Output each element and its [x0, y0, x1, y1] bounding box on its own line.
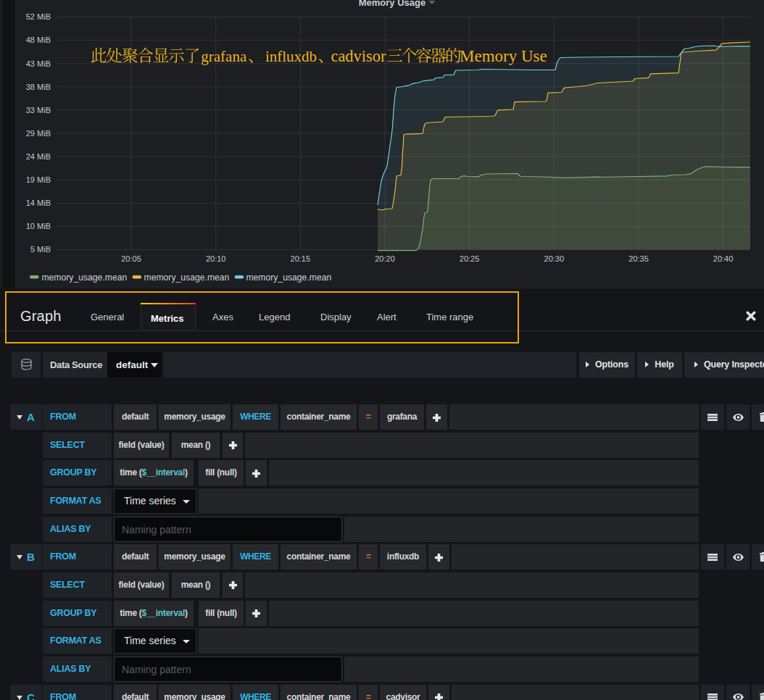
svg-text:memory_usage.mean: memory_usage.mean: [144, 272, 230, 283]
svg-text:20:05: 20:05: [121, 254, 141, 263]
svg-text:24 MiB: 24 MiB: [26, 152, 51, 161]
svg-text:20:10: 20:10: [206, 254, 226, 263]
svg-text:33 MiB: 33 MiB: [26, 106, 51, 114]
svg-text:48 MiB: 48 MiB: [26, 36, 51, 44]
svg-text:memory_usage.mean: memory_usage.mean: [246, 272, 331, 283]
svg-text:memory_usage.mean: memory_usage.mean: [41, 272, 127, 283]
svg-text:cadvisor: cadvisor: [331, 47, 386, 65]
svg-text:20:15: 20:15: [291, 254, 311, 263]
svg-text:20:35: 20:35: [628, 254, 649, 263]
svg-text:Memory Usage: Memory Usage: [359, 0, 425, 8]
svg-text:influxdb: influxdb: [265, 48, 317, 65]
svg-text:19 MiB: 19 MiB: [26, 175, 51, 184]
svg-text:grafana: grafana: [201, 48, 247, 65]
svg-text:20:30: 20:30: [544, 254, 565, 263]
svg-text:52 MiB: 52 MiB: [26, 12, 51, 21]
svg-text:20:20: 20:20: [375, 254, 395, 263]
svg-text:5 MiB: 5 MiB: [30, 245, 51, 254]
svg-text:20:25: 20:25: [460, 254, 480, 263]
svg-text:29 MiB: 29 MiB: [26, 129, 51, 138]
svg-text:Memory Use: Memory Use: [460, 47, 547, 65]
svg-text:38 MiB: 38 MiB: [26, 83, 51, 91]
svg-text:10 MiB: 10 MiB: [26, 222, 51, 230]
svg-text:43 MiB: 43 MiB: [26, 59, 51, 68]
svg-text:20:40: 20:40: [713, 254, 734, 263]
svg-text:14 MiB: 14 MiB: [26, 199, 51, 207]
